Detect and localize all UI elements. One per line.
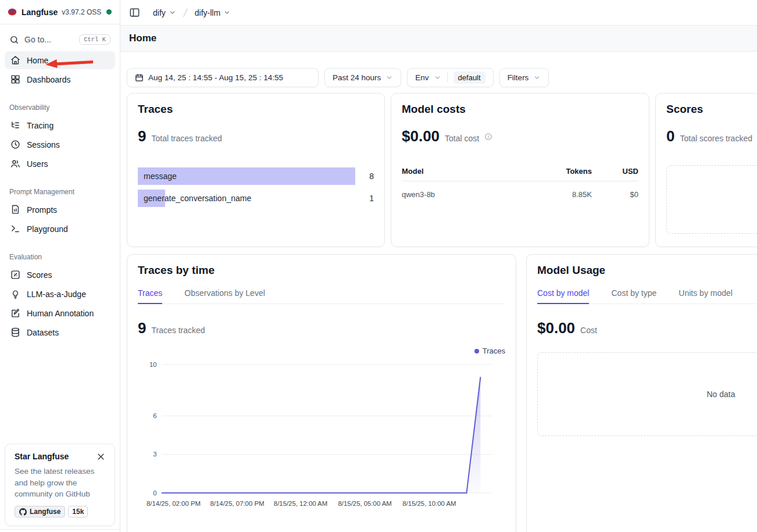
star-langfuse-card: Star Langfuse See the latest releases an… bbox=[5, 444, 115, 526]
traces-by-time-card: Traces by time Traces Observations by Le… bbox=[127, 254, 516, 532]
svg-text:3: 3 bbox=[153, 451, 156, 458]
sidebar-item-label: Scores bbox=[27, 270, 52, 280]
close-icon[interactable] bbox=[97, 452, 105, 461]
app-version: v3.97.2 OSS bbox=[62, 8, 101, 16]
calendar-icon bbox=[135, 73, 144, 82]
sidebar-item-tracing[interactable]: Tracing bbox=[5, 116, 115, 134]
breadcrumb-org[interactable]: dify bbox=[153, 8, 176, 17]
chevron-down-icon bbox=[533, 74, 541, 81]
no-data-text: No data bbox=[706, 390, 735, 399]
tab-cost-by-type[interactable]: Cost by type bbox=[611, 288, 656, 304]
model-usage-card: Model Usage Cost by model Cost by type U… bbox=[526, 254, 757, 532]
table-row: qwen3-8b 8.85K $0 bbox=[402, 181, 638, 207]
prompts-icon bbox=[10, 205, 20, 215]
nav-section-observability: Observability bbox=[5, 90, 115, 116]
page-header: Home bbox=[120, 25, 757, 52]
sidebar-nav: Home Dashboards Observability Tracing Se… bbox=[0, 51, 120, 341]
database-icon bbox=[10, 327, 20, 337]
bar-row: message 8 bbox=[138, 167, 374, 185]
chevron-down-icon bbox=[434, 74, 441, 81]
traces-total-label: Total traces tracked bbox=[151, 134, 222, 143]
star-card-title: Star Langfuse bbox=[15, 452, 69, 461]
sidebar-item-prompts[interactable]: Prompts bbox=[5, 201, 115, 219]
tab-cost-by-model[interactable]: Cost by model bbox=[537, 288, 589, 304]
sidebar-item-scores[interactable]: Scores bbox=[5, 266, 115, 284]
bar-value: 1 bbox=[366, 194, 374, 203]
date-range-picker[interactable]: Aug 14, 25 : 14:55 - Aug 15, 25 : 14:55 bbox=[127, 68, 319, 87]
sidebar-item-human-annotation[interactable]: Human Annotation bbox=[5, 304, 115, 322]
date-range-value: Aug 14, 25 : 14:55 - Aug 15, 25 : 14:55 bbox=[148, 73, 283, 82]
sidebar-item-llm-as-a-judge[interactable]: LLM-as-a-Judge bbox=[5, 285, 115, 303]
scores-empty-area bbox=[666, 165, 757, 234]
traces-by-time-tabs: Traces Observations by Level bbox=[138, 288, 505, 304]
traces-total-value: 9 bbox=[138, 127, 146, 145]
info-icon bbox=[484, 133, 492, 141]
time-preset-dropdown[interactable]: Past 24 hours bbox=[324, 68, 401, 87]
model-usage-tabs: Cost by model Cost by type Units by mode… bbox=[537, 288, 757, 304]
col-header-tokens: Tokens bbox=[522, 167, 592, 176]
card-title: Model Usage bbox=[537, 264, 757, 277]
tab-traces[interactable]: Traces bbox=[138, 288, 162, 304]
sidebar-item-dashboards[interactable]: Dashboards bbox=[5, 70, 115, 88]
breadcrumb-project[interactable]: dify-llm bbox=[195, 8, 231, 17]
svg-text:8/15/25, 12:00 AM: 8/15/25, 12:00 AM bbox=[274, 500, 327, 507]
brand-name: Langfuse bbox=[22, 8, 58, 17]
divider bbox=[447, 73, 448, 83]
terminal-icon bbox=[10, 224, 20, 234]
sidebar-item-playground[interactable]: Playground bbox=[5, 220, 115, 238]
cell-usd: $0 bbox=[592, 190, 638, 199]
sidebar-item-label: Users bbox=[27, 159, 48, 169]
sidebar-toggle-icon[interactable] bbox=[129, 7, 140, 18]
nav-section-evaluation: Evaluation bbox=[5, 239, 115, 266]
scores-card: Scores 0 Total scores tracked bbox=[655, 93, 757, 247]
chevron-down-icon bbox=[169, 9, 176, 16]
brand-row: Langfuse v3.97.2 OSS bbox=[0, 0, 120, 24]
total-cost-value: $0.00 bbox=[402, 127, 440, 145]
svg-text:8/15/25, 05:00 AM: 8/15/25, 05:00 AM bbox=[338, 500, 392, 507]
clock-icon bbox=[10, 140, 20, 149]
sidebar-item-home[interactable]: Home bbox=[5, 51, 115, 69]
svg-text:8/14/25, 02:00 PM: 8/14/25, 02:00 PM bbox=[147, 500, 201, 507]
sidebar-item-label: Datasets bbox=[27, 328, 59, 337]
percent-square-icon bbox=[10, 270, 20, 280]
sidebar-item-label: Tracing bbox=[27, 121, 53, 130]
sidebar-item-users[interactable]: Users bbox=[5, 155, 115, 173]
cell-model: qwen3-8b bbox=[402, 190, 522, 199]
time-preset-value: Past 24 hours bbox=[333, 73, 381, 82]
tab-units-by-model[interactable]: Units by model bbox=[679, 288, 733, 304]
go-to-search[interactable]: Go to... Ctrl K bbox=[5, 31, 115, 48]
github-star-badge[interactable]: Langfuse 15k bbox=[15, 506, 105, 517]
topbar: dify dify-llm bbox=[120, 0, 757, 25]
sidebar-item-sessions[interactable]: Sessions bbox=[5, 135, 115, 153]
usage-cost-label: Cost bbox=[580, 326, 597, 335]
sidebar-item-datasets[interactable]: Datasets bbox=[5, 323, 115, 341]
tab-observations-by-level[interactable]: Observations by Level bbox=[184, 288, 265, 304]
env-value-badge: default bbox=[454, 72, 485, 84]
page-title: Home bbox=[129, 33, 156, 44]
filters-dropdown[interactable]: Filters bbox=[499, 68, 549, 87]
sidebar-item-label: Sessions bbox=[27, 140, 60, 149]
search-icon bbox=[9, 35, 19, 45]
shortcut-badge: Ctrl K bbox=[79, 34, 110, 45]
svg-text:10: 10 bbox=[149, 361, 157, 368]
sidebar: Langfuse v3.97.2 OSS Go to... Ctrl K Hom… bbox=[0, 0, 120, 532]
env-dropdown[interactable]: Env default bbox=[407, 68, 493, 87]
nav-section-prompt-management: Prompt Management bbox=[5, 174, 115, 201]
legend-label: Traces bbox=[483, 347, 505, 355]
bar-value: 8 bbox=[366, 172, 374, 181]
usage-cost-value: $0.00 bbox=[537, 319, 575, 337]
home-icon bbox=[10, 55, 20, 65]
model-costs-table: Model Tokens USD qwen3-8b 8.85K $0 bbox=[402, 162, 638, 207]
traces-line-chart: 036108/14/25, 02:00 PM8/14/25, 07:00 PM8… bbox=[138, 358, 505, 509]
github-repo-label: Langfuse bbox=[30, 508, 60, 516]
sidebar-item-label: LLM-as-a-Judge bbox=[27, 290, 86, 299]
legend-dot bbox=[474, 349, 479, 354]
sidebar-item-label: Home bbox=[27, 56, 48, 65]
sidebar-item-label: Playground bbox=[27, 224, 68, 234]
github-star-count: 15k bbox=[68, 506, 88, 517]
svg-text:6: 6 bbox=[153, 412, 156, 419]
cards-row-1: Traces 9 Total traces tracked message 8 … bbox=[120, 93, 757, 247]
bar-row: generate_conversation_name 1 bbox=[138, 190, 374, 207]
chevron-down-icon bbox=[223, 9, 231, 16]
card-title: Traces by time bbox=[138, 264, 505, 277]
